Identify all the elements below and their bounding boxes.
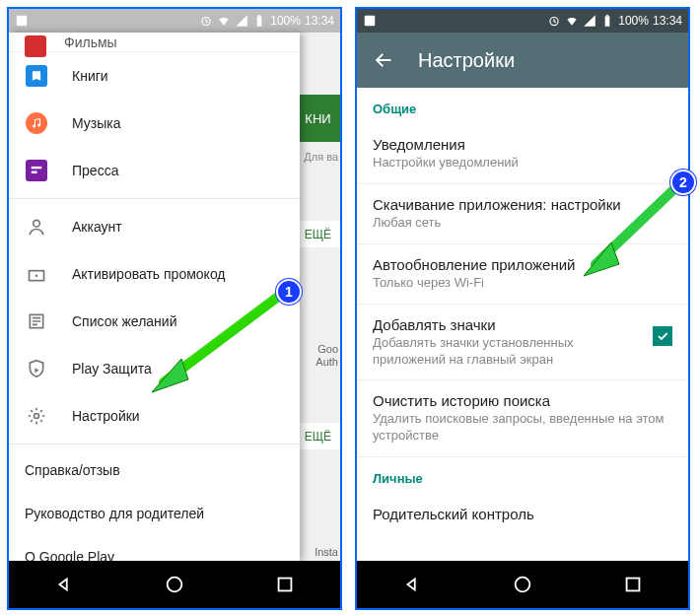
checkbox-checked-icon[interactable] xyxy=(653,326,672,346)
svg-rect-18 xyxy=(606,15,608,16)
bg-tab-books: КНИ xyxy=(296,95,340,142)
navigation-drawer: Фильмы Книги Музыка Пресса Аккаунт Актив… xyxy=(9,33,300,561)
drawer-item-parents[interactable]: Руководство для родителей xyxy=(9,492,300,535)
drawer-label: Play Защита xyxy=(72,361,152,376)
section-personal: Личные xyxy=(357,457,688,494)
drawer-item-wishlist[interactable]: Список желаний xyxy=(9,298,300,345)
gear-icon xyxy=(25,404,48,428)
press-icon xyxy=(26,160,47,181)
svg-point-12 xyxy=(35,414,39,419)
nav-home-icon[interactable] xyxy=(512,574,533,595)
drawer-item-press[interactable]: Пресса xyxy=(9,147,300,194)
svg-rect-7 xyxy=(32,171,37,173)
setting-title: Скачивание приложения: настройки xyxy=(373,196,672,213)
drawer-label: Пресса xyxy=(72,163,118,178)
svg-rect-20 xyxy=(627,579,640,591)
nav-back-icon[interactable] xyxy=(53,574,75,595)
signal-icon xyxy=(235,14,248,28)
drawer-label: Музыка xyxy=(72,115,121,131)
bg-for-you: Для ва xyxy=(304,151,338,163)
settings-list[interactable]: Общие Уведомления Настройки уведомлений … xyxy=(357,88,688,561)
wishlist-icon xyxy=(25,309,48,333)
drawer-item-music[interactable]: Музыка xyxy=(9,100,300,147)
setting-download[interactable]: Скачивание приложения: настройки Любая с… xyxy=(357,184,688,243)
svg-rect-2 xyxy=(257,16,262,26)
svg-rect-0 xyxy=(17,16,28,27)
bg-auth: Auth xyxy=(315,356,338,368)
gallery-icon xyxy=(15,14,29,28)
drawer-item-help[interactable]: Справка/отзыв xyxy=(9,448,300,492)
svg-point-10 xyxy=(35,274,38,277)
bg-goo: Goo xyxy=(317,343,338,355)
music-icon xyxy=(26,112,47,134)
drawer-item-films[interactable]: Фильмы xyxy=(9,33,300,52)
svg-rect-17 xyxy=(605,16,610,26)
battery-icon xyxy=(252,14,266,28)
setting-sub: Добавлять значки установленных приложени… xyxy=(373,335,641,369)
svg-point-13 xyxy=(168,578,182,592)
drawer-item-account[interactable]: Аккаунт xyxy=(9,203,300,250)
bg-insta: Insta xyxy=(315,546,338,558)
setting-notifications[interactable]: Уведомления Настройки уведомлений xyxy=(357,124,688,183)
drawer-label: Активировать промокод xyxy=(72,266,226,282)
appbar-title: Настройки xyxy=(418,49,515,72)
shield-icon xyxy=(25,357,48,380)
divider xyxy=(9,198,300,199)
drawer-label: Аккаунт xyxy=(72,219,122,235)
bg-more-2: ЕЩЁ xyxy=(296,422,340,449)
divider xyxy=(9,444,300,445)
promo-icon xyxy=(25,262,48,286)
setting-sub: Только через Wi-Fi xyxy=(373,275,672,292)
phone-left: 100% 13:34 КНИ Для ва ЕЩЁ Goo Auth ЕЩЁ I… xyxy=(7,7,342,610)
appbar: Настройки xyxy=(357,33,688,88)
drawer-item-settings[interactable]: Настройки xyxy=(9,392,300,440)
nav-back-icon[interactable] xyxy=(401,574,423,595)
time-text: 13:34 xyxy=(305,14,334,28)
nav-recent-icon[interactable] xyxy=(274,574,296,595)
back-arrow-icon[interactable] xyxy=(373,49,394,71)
nav-recent-icon[interactable] xyxy=(622,574,644,595)
account-icon xyxy=(25,215,48,239)
setting-add-icons[interactable]: Добавлять значки Добавлять значки устано… xyxy=(357,305,688,380)
setting-clear-history[interactable]: Очистить историю поиска Удалить поисковы… xyxy=(357,380,688,456)
wifi-icon xyxy=(217,14,231,28)
battery-icon xyxy=(600,14,614,28)
setting-title: Уведомления xyxy=(373,136,672,153)
svg-rect-6 xyxy=(32,167,42,169)
drawer-item-promo[interactable]: Активировать промокод xyxy=(9,250,300,298)
svg-point-5 xyxy=(37,124,40,127)
books-icon xyxy=(26,65,47,87)
drawer-label: Список желаний xyxy=(72,313,176,329)
svg-point-19 xyxy=(516,578,530,592)
signal-icon xyxy=(583,14,596,28)
nav-home-icon[interactable] xyxy=(164,574,185,595)
setting-title: Родительский контроль xyxy=(373,506,672,522)
annotation-badge-2: 2 xyxy=(670,170,696,195)
drawer-item-about[interactable]: О Google Play xyxy=(9,535,300,561)
navbar-left xyxy=(9,561,340,608)
drawer-label: Настройки xyxy=(72,408,140,424)
setting-autoupdate[interactable]: Автообновление приложений Только через W… xyxy=(357,244,688,304)
setting-title: Очистить историю поиска xyxy=(373,392,672,409)
section-general: Общие xyxy=(357,88,688,124)
svg-rect-3 xyxy=(258,15,260,16)
statusbar-left: 100% 13:34 xyxy=(9,9,340,33)
alarm-icon xyxy=(547,14,561,28)
bg-more-1: ЕЩЁ xyxy=(296,220,340,247)
drawer-label: Фильмы xyxy=(64,34,117,50)
battery-text: 100% xyxy=(618,14,649,28)
alarm-icon xyxy=(199,14,213,28)
annotation-badge-1: 1 xyxy=(276,279,302,305)
phone-right: 100% 13:34 Настройки Общие Уведомления Н… xyxy=(355,7,690,610)
battery-text: 100% xyxy=(270,14,301,28)
svg-point-8 xyxy=(34,220,40,227)
setting-parental[interactable]: Родительский контроль xyxy=(357,494,688,534)
setting-title: Добавлять значки xyxy=(373,316,641,333)
navbar-right xyxy=(357,561,688,608)
setting-title: Автообновление приложений xyxy=(373,256,672,273)
films-icon xyxy=(25,35,46,57)
svg-rect-14 xyxy=(279,579,292,591)
svg-rect-15 xyxy=(365,16,376,27)
drawer-item-books[interactable]: Книги xyxy=(9,52,300,100)
drawer-item-protect[interactable]: Play Защита xyxy=(9,345,300,392)
